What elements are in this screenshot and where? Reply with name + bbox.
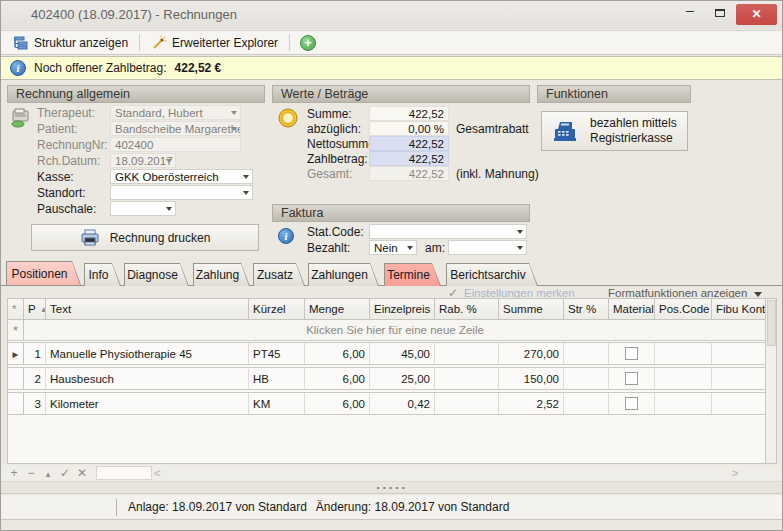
cell-einzelpreis[interactable]: 25,00	[370, 368, 435, 389]
summe-label: Summe:	[307, 107, 352, 121]
delete-row-button[interactable]: −	[24, 466, 38, 480]
print-invoice-button[interactable]: Rechnung drucken	[31, 224, 259, 251]
cell-kuerzel[interactable]: KM	[249, 393, 305, 414]
cell-str[interactable]	[564, 343, 609, 364]
patient-label: Patient:	[37, 122, 110, 136]
am-combobox[interactable]	[448, 240, 527, 255]
bezahlt-label: Bezahlt:	[307, 241, 350, 255]
structure-button[interactable]: Struktur anzeigen	[6, 32, 135, 53]
statcode-combobox[interactable]	[369, 224, 527, 239]
material-checkbox[interactable]	[625, 397, 638, 410]
header-fibu[interactable]: Fibu Konto	[712, 299, 766, 319]
cell-text[interactable]: Hausbesuch	[46, 368, 249, 389]
header-material[interactable]: Material	[609, 299, 655, 319]
chevron-down-icon	[243, 191, 249, 195]
cell-rab[interactable]	[435, 343, 499, 364]
cell-str[interactable]	[564, 368, 609, 389]
table-row[interactable]: 2 Hausbesuch HB 6,00 25,00 150,00	[8, 367, 766, 390]
cell-str[interactable]	[564, 393, 609, 414]
cell-kuerzel[interactable]: HB	[249, 368, 305, 389]
pay-register-button[interactable]: bezahlen mittels Registrierkasse	[541, 111, 688, 151]
explorer-button-label: Erweiterter Explorer	[172, 36, 278, 50]
maximize-button[interactable]	[706, 1, 734, 25]
cell-summe[interactable]: 150,00	[499, 368, 564, 389]
cell-fibu[interactable]	[712, 343, 766, 364]
cell-menge[interactable]: 6,00	[305, 343, 370, 364]
cell-summe[interactable]: 270,00	[499, 343, 564, 364]
header-poscode[interactable]: Pos.Code	[655, 299, 712, 319]
grid-new-row[interactable]: * Klicken Sie hier für eine neue Zeile	[8, 320, 766, 341]
abzueglich-field[interactable]: 0,00 %	[369, 121, 449, 136]
tab-zahlung[interactable]: Zahlung	[193, 263, 250, 286]
cell-rab[interactable]	[435, 368, 499, 389]
scroll-right-icon[interactable]: >	[732, 467, 738, 479]
status-anlage: Anlage: 18.09.2017 von Standard	[128, 500, 307, 514]
cancel-edit-button[interactable]: ✕	[75, 466, 89, 480]
table-row[interactable]: 3 Kilometer KM 6,00 0,42 2,52	[8, 392, 766, 415]
tab-info[interactable]: Info	[84, 263, 121, 286]
cell-fibu[interactable]	[712, 368, 766, 389]
explorer-button[interactable]: Erweiterter Explorer	[144, 32, 285, 53]
cell-menge[interactable]: 6,00	[305, 368, 370, 389]
tab-positionen[interactable]: Positionen	[6, 261, 81, 285]
tab-diagnose[interactable]: Diagnose	[124, 263, 189, 286]
pay-button-line1: bezahlen mittels	[590, 116, 677, 130]
print-invoice-label: Rechnung drucken	[110, 231, 211, 245]
cell-fibu[interactable]	[712, 393, 766, 414]
pauschale-label: Pauschale:	[37, 202, 110, 216]
tab-zahlungen[interactable]: Zahlungen	[308, 263, 379, 286]
vertical-scrollbar[interactable]	[765, 299, 776, 463]
header-p[interactable]: P▲	[24, 299, 46, 319]
titlebar[interactable]: 402400 (18.09.2017) - Rechnungen – ✕	[1, 1, 782, 29]
kasse-combobox[interactable]: GKK Oberösterreich	[110, 169, 253, 184]
cell-poscode[interactable]	[655, 393, 712, 414]
header-menge[interactable]: Menge	[305, 299, 370, 319]
cell-menge[interactable]: 6,00	[305, 393, 370, 414]
header-rab[interactable]: Rab. %	[435, 299, 499, 319]
table-row[interactable]: ▸ 1 Manuelle Physiotherapie 45 PT45 6,00…	[8, 342, 766, 365]
therapeut-combobox: Standard, Hubert	[110, 105, 241, 120]
status-aenderung: Änderung: 18.09.2017 von Standard	[316, 500, 510, 514]
cell-summe[interactable]: 2,52	[499, 393, 564, 414]
cell-kuerzel[interactable]: PT45	[249, 343, 305, 364]
header-kuerzel[interactable]: Kürzel	[249, 299, 305, 319]
tab-termine[interactable]: Termine	[384, 263, 441, 286]
cell-einzelpreis[interactable]: 0,42	[370, 393, 435, 414]
add-plus-icon[interactable]: +	[300, 35, 316, 51]
chevron-down-icon	[517, 246, 523, 250]
cell-einzelpreis[interactable]: 45,00	[370, 343, 435, 364]
confirm-edit-button[interactable]: ✓	[58, 466, 72, 480]
cell-poscode[interactable]	[655, 343, 712, 364]
standort-combobox[interactable]	[110, 185, 253, 200]
scroll-left-icon[interactable]: <	[154, 467, 160, 479]
summe-field[interactable]: 422,52	[369, 106, 449, 121]
hscroll-thumb[interactable]	[96, 466, 152, 480]
header-einzelpreis[interactable]: Einzelpreis	[370, 299, 435, 319]
header-text[interactable]: Text	[46, 299, 249, 319]
pauschale-combobox[interactable]	[110, 201, 176, 216]
printer-icon	[80, 229, 100, 247]
material-checkbox[interactable]	[625, 372, 638, 385]
minimize-button[interactable]: –	[676, 1, 704, 25]
header-summe[interactable]: Summe	[499, 299, 564, 319]
bezahlt-combobox[interactable]: Nein	[369, 240, 417, 255]
cell-poscode[interactable]	[655, 368, 712, 389]
chevron-down-icon	[166, 159, 172, 163]
scrollbar-thumb[interactable]	[767, 300, 776, 346]
edit-row-button[interactable]: ▴	[41, 469, 55, 479]
tab-berichtsarchiv[interactable]: Berichtsarchiv	[446, 263, 538, 286]
chevron-down-icon[interactable]	[754, 292, 762, 297]
close-button[interactable]: ✕	[736, 4, 777, 25]
cash-register-icon	[552, 119, 578, 143]
header-str[interactable]: Str %	[564, 299, 609, 319]
section-header-amounts: Werte / Beträge	[272, 85, 530, 103]
kasse-label: Kasse:	[37, 170, 110, 184]
cell-text[interactable]: Manuelle Physiotherapie 45	[46, 343, 249, 364]
tab-zusatz[interactable]: Zusatz	[253, 263, 305, 286]
cell-rab[interactable]	[435, 393, 499, 414]
material-checkbox[interactable]	[625, 347, 638, 360]
append-row-button[interactable]: +	[7, 466, 21, 480]
new-row-indicator: *	[8, 320, 24, 340]
cell-text[interactable]: Kilometer	[46, 393, 249, 414]
splitter-handle[interactable]: ·····	[1, 483, 782, 494]
